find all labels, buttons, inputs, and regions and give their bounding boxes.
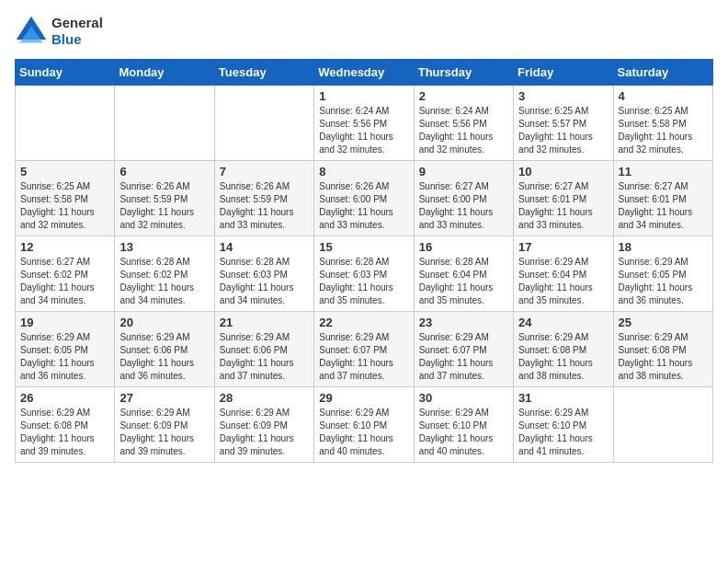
day-info: Sunrise: 6:25 AM Sunset: 5:58 PM Dayligh… <box>619 105 708 156</box>
calendar-cell: 24Sunrise: 6:29 AM Sunset: 6:08 PM Dayli… <box>514 312 613 387</box>
calendar-cell: 5Sunrise: 6:25 AM Sunset: 5:58 PM Daylig… <box>16 161 115 236</box>
day-number: 5 <box>20 165 109 178</box>
calendar-cell: 23Sunrise: 6:29 AM Sunset: 6:07 PM Dayli… <box>414 312 513 387</box>
calendar-cell: 16Sunrise: 6:28 AM Sunset: 6:04 PM Dayli… <box>414 236 513 312</box>
logo-blue-text: Blue <box>51 31 103 48</box>
day-number: 24 <box>518 316 608 329</box>
day-number: 1 <box>319 89 408 103</box>
day-number: 27 <box>119 391 209 405</box>
header-friday: Friday <box>514 60 613 86</box>
calendar-cell <box>214 86 313 161</box>
logo: General Blue <box>15 15 103 48</box>
day-number: 22 <box>319 316 408 329</box>
day-info: Sunrise: 6:27 AM Sunset: 6:01 PM Dayligh… <box>518 180 608 232</box>
calendar-cell: 21Sunrise: 6:29 AM Sunset: 6:06 PM Dayli… <box>214 312 313 387</box>
day-info: Sunrise: 6:28 AM Sunset: 6:04 PM Dayligh… <box>419 256 508 307</box>
day-info: Sunrise: 6:26 AM Sunset: 5:59 PM Dayligh… <box>220 180 309 232</box>
calendar-cell: 31Sunrise: 6:29 AM Sunset: 6:10 PM Dayli… <box>514 387 613 463</box>
day-info: Sunrise: 6:29 AM Sunset: 6:10 PM Dayligh… <box>419 407 508 458</box>
header-thursday: Thursday <box>414 60 513 86</box>
header-wednesday: Wednesday <box>314 60 414 86</box>
calendar-cell: 19Sunrise: 6:29 AM Sunset: 6:05 PM Dayli… <box>16 312 115 387</box>
day-info: Sunrise: 6:29 AM Sunset: 6:04 PM Dayligh… <box>518 256 608 307</box>
calendar-cell: 4Sunrise: 6:25 AM Sunset: 5:58 PM Daylig… <box>613 86 712 161</box>
day-info: Sunrise: 6:29 AM Sunset: 6:08 PM Dayligh… <box>20 407 109 458</box>
calendar-cell: 29Sunrise: 6:29 AM Sunset: 6:10 PM Dayli… <box>314 387 414 463</box>
day-info: Sunrise: 6:29 AM Sunset: 6:09 PM Dayligh… <box>119 407 209 458</box>
calendar-cell <box>613 387 712 463</box>
day-info: Sunrise: 6:29 AM Sunset: 6:05 PM Dayligh… <box>20 331 109 383</box>
calendar-cell: 26Sunrise: 6:29 AM Sunset: 6:08 PM Dayli… <box>16 387 115 463</box>
day-number: 31 <box>518 391 608 405</box>
day-number: 4 <box>619 89 708 103</box>
logo-general-text: General <box>51 15 103 31</box>
calendar-table: SundayMondayTuesdayWednesdayThursdayFrid… <box>15 59 713 463</box>
day-number: 21 <box>220 316 309 329</box>
calendar-cell: 10Sunrise: 6:27 AM Sunset: 6:01 PM Dayli… <box>514 161 613 236</box>
calendar-cell: 22Sunrise: 6:29 AM Sunset: 6:07 PM Dayli… <box>314 312 414 387</box>
calendar-cell: 8Sunrise: 6:26 AM Sunset: 6:00 PM Daylig… <box>314 161 414 236</box>
day-info: Sunrise: 6:29 AM Sunset: 6:06 PM Dayligh… <box>119 331 209 383</box>
week-row-2: 5Sunrise: 6:25 AM Sunset: 5:58 PM Daylig… <box>16 161 713 236</box>
calendar-cell: 14Sunrise: 6:28 AM Sunset: 6:03 PM Dayli… <box>214 236 313 312</box>
day-info: Sunrise: 6:26 AM Sunset: 6:00 PM Dayligh… <box>319 180 408 232</box>
header-monday: Monday <box>115 60 214 86</box>
day-info: Sunrise: 6:26 AM Sunset: 5:59 PM Dayligh… <box>119 180 209 232</box>
day-number: 26 <box>20 391 109 405</box>
calendar-cell: 18Sunrise: 6:29 AM Sunset: 6:05 PM Dayli… <box>613 236 712 312</box>
logo-icon <box>15 15 48 48</box>
calendar-cell <box>16 86 115 161</box>
day-info: Sunrise: 6:28 AM Sunset: 6:03 PM Dayligh… <box>220 256 309 307</box>
calendar-cell: 15Sunrise: 6:28 AM Sunset: 6:03 PM Dayli… <box>314 236 414 312</box>
day-info: Sunrise: 6:29 AM Sunset: 6:06 PM Dayligh… <box>220 331 309 383</box>
day-number: 30 <box>419 391 508 405</box>
day-number: 16 <box>419 240 508 254</box>
day-number: 3 <box>518 89 608 103</box>
week-row-3: 12Sunrise: 6:27 AM Sunset: 6:02 PM Dayli… <box>16 236 713 312</box>
calendar-cell: 25Sunrise: 6:29 AM Sunset: 6:08 PM Dayli… <box>613 312 712 387</box>
calendar-cell: 27Sunrise: 6:29 AM Sunset: 6:09 PM Dayli… <box>115 387 214 463</box>
day-info: Sunrise: 6:25 AM Sunset: 5:58 PM Dayligh… <box>20 180 109 232</box>
day-number: 9 <box>419 165 508 178</box>
day-info: Sunrise: 6:29 AM Sunset: 6:08 PM Dayligh… <box>619 331 708 383</box>
day-info: Sunrise: 6:29 AM Sunset: 6:07 PM Dayligh… <box>319 331 408 383</box>
day-number: 28 <box>220 391 309 405</box>
calendar-cell: 11Sunrise: 6:27 AM Sunset: 6:01 PM Dayli… <box>613 161 712 236</box>
calendar-cell: 17Sunrise: 6:29 AM Sunset: 6:04 PM Dayli… <box>514 236 613 312</box>
day-number: 23 <box>419 316 508 329</box>
day-number: 6 <box>119 165 209 178</box>
day-number: 20 <box>119 316 209 329</box>
day-number: 7 <box>220 165 309 178</box>
day-info: Sunrise: 6:29 AM Sunset: 6:07 PM Dayligh… <box>419 331 508 383</box>
calendar-cell: 7Sunrise: 6:26 AM Sunset: 5:59 PM Daylig… <box>214 161 313 236</box>
day-number: 13 <box>119 240 209 254</box>
day-info: Sunrise: 6:29 AM Sunset: 6:08 PM Dayligh… <box>518 331 608 383</box>
day-number: 8 <box>319 165 408 178</box>
page-header: General Blue <box>15 15 713 48</box>
day-info: Sunrise: 6:29 AM Sunset: 6:05 PM Dayligh… <box>619 256 708 307</box>
calendar-cell: 1Sunrise: 6:24 AM Sunset: 5:56 PM Daylig… <box>314 86 414 161</box>
day-number: 10 <box>518 165 608 178</box>
day-number: 25 <box>619 316 708 329</box>
day-info: Sunrise: 6:25 AM Sunset: 5:57 PM Dayligh… <box>518 105 608 156</box>
day-number: 29 <box>319 391 408 405</box>
day-number: 19 <box>20 316 109 329</box>
calendar-cell: 12Sunrise: 6:27 AM Sunset: 6:02 PM Dayli… <box>16 236 115 312</box>
day-info: Sunrise: 6:27 AM Sunset: 6:01 PM Dayligh… <box>619 180 708 232</box>
day-number: 17 <box>518 240 608 254</box>
calendar-cell: 9Sunrise: 6:27 AM Sunset: 6:00 PM Daylig… <box>414 161 513 236</box>
day-number: 11 <box>619 165 708 178</box>
calendar-cell: 3Sunrise: 6:25 AM Sunset: 5:57 PM Daylig… <box>514 86 613 161</box>
day-info: Sunrise: 6:29 AM Sunset: 6:09 PM Dayligh… <box>220 407 309 458</box>
header-tuesday: Tuesday <box>214 60 313 86</box>
calendar-cell: 30Sunrise: 6:29 AM Sunset: 6:10 PM Dayli… <box>414 387 513 463</box>
day-number: 14 <box>220 240 309 254</box>
header-sunday: Sunday <box>16 60 115 86</box>
day-info: Sunrise: 6:24 AM Sunset: 5:56 PM Dayligh… <box>419 105 508 156</box>
day-info: Sunrise: 6:24 AM Sunset: 5:56 PM Dayligh… <box>319 105 408 156</box>
day-number: 12 <box>20 240 109 254</box>
calendar-cell: 28Sunrise: 6:29 AM Sunset: 6:09 PM Dayli… <box>214 387 313 463</box>
week-row-5: 26Sunrise: 6:29 AM Sunset: 6:08 PM Dayli… <box>16 387 713 463</box>
day-info: Sunrise: 6:28 AM Sunset: 6:02 PM Dayligh… <box>119 256 209 307</box>
header-saturday: Saturday <box>613 60 712 86</box>
